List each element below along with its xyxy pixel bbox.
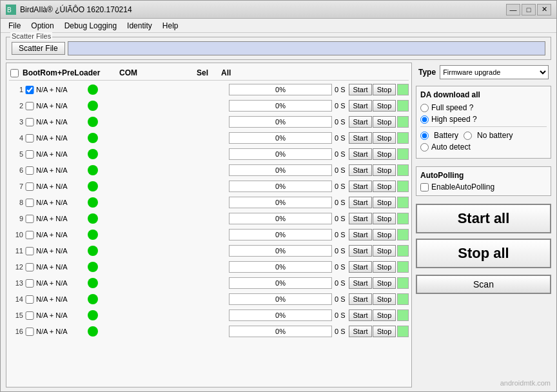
row-start-button[interactable]: Start: [349, 116, 372, 128]
row-progress-bar: 0%: [229, 309, 332, 321]
minimize-button[interactable]: —: [506, 4, 520, 15]
table-row: 10 N/A + N/A 0% 0 S Start Stop: [9, 227, 409, 242]
da-section: DA download all Full speed ? High speed …: [416, 86, 551, 159]
row-stop-button[interactable]: Stop: [373, 84, 396, 95]
app-icon: B: [6, 5, 16, 15]
menu-help[interactable]: Help: [157, 20, 184, 32]
row-stop-button[interactable]: Stop: [373, 148, 396, 160]
battery-radio[interactable]: [420, 132, 429, 140]
row-stop-button[interactable]: Stop: [373, 100, 396, 112]
row-status-dot: [88, 278, 98, 288]
row-checkbox[interactable]: [24, 150, 35, 159]
row-start-button[interactable]: Start: [349, 181, 372, 192]
row-status-dot: [88, 213, 98, 224]
start-all-button[interactable]: Start all: [416, 204, 551, 233]
type-label: Type: [418, 68, 436, 77]
row-stop-button[interactable]: Stop: [373, 197, 396, 208]
row-progress-bar: 0%: [229, 100, 332, 112]
row-stop-button[interactable]: Stop: [373, 293, 396, 305]
table-row: 4 N/A + N/A 0% 0 S Start Stop: [9, 130, 409, 146]
row-stop-button[interactable]: Stop: [373, 181, 396, 192]
row-checkbox[interactable]: [24, 215, 35, 223]
row-checkbox[interactable]: [24, 247, 35, 255]
row-checkbox[interactable]: [24, 311, 35, 320]
stop-all-button[interactable]: Stop all: [416, 239, 551, 268]
row-os-count: 0 S: [335, 86, 347, 93]
row-checkbox[interactable]: [24, 86, 35, 94]
row-os-count: 0 S: [335, 215, 347, 222]
no-battery-radio[interactable]: [464, 132, 472, 140]
row-checkbox[interactable]: [24, 166, 35, 175]
row-os-count: 0 S: [335, 199, 347, 206]
row-checkbox[interactable]: [24, 279, 35, 288]
row-start-button[interactable]: Start: [349, 261, 372, 273]
row-stop-button[interactable]: Stop: [373, 277, 396, 289]
row-number: 15: [9, 311, 23, 319]
row-checkbox[interactable]: [24, 199, 35, 207]
row-stop-button[interactable]: Stop: [373, 132, 396, 144]
row-stop-button[interactable]: Stop: [373, 116, 396, 128]
row-start-button[interactable]: Start: [349, 132, 372, 144]
row-start-button[interactable]: Start: [349, 84, 372, 95]
row-checkbox[interactable]: [24, 182, 35, 191]
row-stop-button[interactable]: Stop: [373, 326, 396, 337]
enable-autopoll-checkbox[interactable]: [420, 183, 429, 191]
scatter-file-button[interactable]: Scatter File: [12, 42, 65, 55]
row-number: 3: [9, 118, 23, 126]
row-start-button[interactable]: Start: [349, 229, 372, 240]
row-start-button[interactable]: Start: [349, 164, 372, 176]
row-number: 5: [9, 150, 23, 158]
row-checkbox[interactable]: [24, 263, 35, 271]
row-number: 12: [9, 263, 23, 271]
row-progress-bar: 0%: [229, 213, 332, 224]
row-start-button[interactable]: Start: [349, 197, 372, 208]
high-speed-row: High speed ?: [420, 115, 547, 124]
scan-button[interactable]: Scan: [416, 275, 551, 294]
row-checkbox[interactable]: [24, 118, 35, 126]
row-start-button[interactable]: Start: [349, 293, 372, 305]
no-battery-label: No battery: [477, 131, 513, 140]
row-indicator: [397, 213, 409, 224]
header-checkbox[interactable]: [10, 69, 19, 77]
enable-autopoll-label: EnableAutoPolling: [431, 182, 494, 191]
row-indicator: [397, 229, 409, 240]
row-start-button[interactable]: Start: [349, 277, 372, 289]
menu-debug-logging[interactable]: Debug Logging: [59, 20, 122, 32]
auto-detect-radio[interactable]: [420, 143, 429, 152]
row-checkbox[interactable]: [24, 134, 35, 142]
row-stop-button[interactable]: Stop: [373, 261, 396, 273]
row-stop-button[interactable]: Stop: [373, 229, 396, 240]
row-progress-bar: 0%: [229, 164, 332, 176]
row-start-button[interactable]: Start: [349, 100, 372, 112]
maximize-button[interactable]: □: [522, 4, 536, 15]
menu-option[interactable]: Option: [26, 20, 59, 32]
row-status-dot: [88, 133, 98, 143]
scatter-file-input[interactable]: [68, 41, 545, 55]
menu-identity[interactable]: Identity: [122, 20, 157, 32]
row-indicator: [397, 116, 409, 128]
row-start-button[interactable]: Start: [349, 326, 372, 337]
table-row: 2 N/A + N/A 0% 0 S Start Stop: [9, 98, 409, 113]
row-start-button[interactable]: Start: [349, 213, 372, 224]
row-checkbox[interactable]: [24, 295, 35, 304]
menu-file[interactable]: File: [3, 20, 26, 32]
high-speed-radio[interactable]: [420, 115, 429, 124]
row-number: 9: [9, 215, 23, 222]
full-speed-radio[interactable]: [420, 104, 429, 112]
row-checkbox[interactable]: [24, 328, 35, 336]
type-select[interactable]: Firmware upgrade Format Download only: [440, 65, 549, 79]
svg-text:B: B: [7, 6, 12, 14]
row-stop-button[interactable]: Stop: [373, 213, 396, 224]
row-stop-button[interactable]: Stop: [373, 309, 396, 321]
row-checkbox[interactable]: [24, 102, 35, 110]
row-checkbox[interactable]: [24, 231, 35, 239]
close-button[interactable]: ✕: [537, 4, 551, 15]
title-bar-left: B BirdAIlà® ¿ÚIÃÔO 1620.170214: [6, 5, 132, 15]
row-status-dot: [88, 230, 98, 240]
row-start-button[interactable]: Start: [349, 245, 372, 257]
row-stop-button[interactable]: Stop: [373, 164, 396, 176]
row-start-button[interactable]: Start: [349, 309, 372, 321]
row-indicator: [397, 293, 409, 305]
row-start-button[interactable]: Start: [349, 148, 372, 160]
row-stop-button[interactable]: Stop: [373, 245, 396, 257]
